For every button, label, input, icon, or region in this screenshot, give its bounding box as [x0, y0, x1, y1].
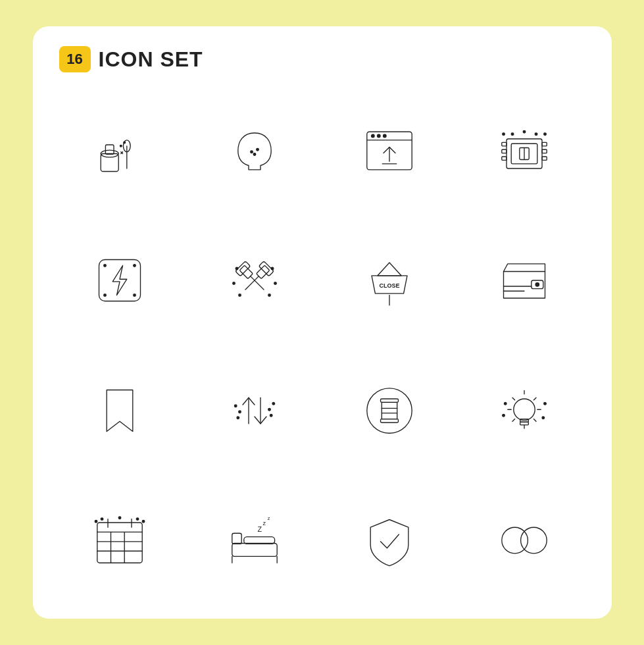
shield-check-icon: [360, 511, 419, 570]
main-card: 16 ICON SET: [33, 26, 612, 619]
svg-point-28: [523, 130, 526, 133]
svg-rect-21: [502, 142, 507, 145]
icon-idea-bulb: [464, 352, 585, 469]
svg-point-96: [101, 518, 103, 521]
svg-point-30: [544, 133, 547, 136]
svg-rect-101: [232, 544, 277, 557]
svg-point-29: [535, 133, 537, 136]
svg-point-56: [535, 283, 539, 286]
icon-column-circle: [329, 352, 451, 469]
icon-lightning-square: [59, 222, 181, 340]
svg-point-50: [239, 294, 241, 297]
header: 16 ICON SET: [59, 46, 585, 72]
svg-point-37: [134, 265, 136, 267]
svg-rect-68: [381, 399, 399, 402]
svg-rect-69: [382, 402, 397, 419]
svg-point-47: [271, 267, 274, 270]
idea-bulb-icon: [495, 381, 554, 440]
page-title: ICON SET: [99, 47, 203, 72]
svg-marker-35: [112, 266, 127, 296]
icon-circles-toggle: [464, 482, 585, 600]
wallet-icon: [495, 251, 554, 310]
icon-toilet-brush: [59, 92, 181, 209]
toilet-brush-icon: [90, 121, 149, 180]
icon-wallet: [464, 222, 585, 340]
svg-point-86: [542, 417, 545, 419]
svg-point-15: [378, 134, 381, 138]
svg-text:CLOSE: CLOSE: [379, 282, 399, 289]
icon-bookmark: [59, 352, 181, 469]
svg-point-61: [239, 411, 241, 413]
svg-point-51: [268, 294, 271, 297]
svg-point-16: [384, 134, 387, 138]
icon-shield-check: [329, 482, 451, 600]
svg-point-73: [514, 399, 535, 420]
svg-point-31: [503, 133, 505, 136]
svg-point-66: [270, 414, 272, 417]
svg-point-84: [544, 402, 547, 405]
column-circle-icon: [360, 381, 419, 440]
svg-line-82: [533, 419, 536, 421]
svg-line-80: [533, 398, 536, 400]
icon-close-sign: CLOSE: [329, 222, 451, 340]
svg-rect-102: [232, 533, 241, 544]
svg-text:z: z: [263, 520, 266, 527]
icon-data-transfer: [194, 352, 316, 469]
svg-point-10: [257, 148, 259, 151]
human-head-icon: [225, 121, 284, 180]
icon-crossed-hammers: [194, 222, 316, 340]
svg-point-14: [372, 134, 375, 138]
close-sign-icon: CLOSE: [360, 251, 419, 310]
svg-point-48: [233, 282, 235, 285]
circles-toggle-icon: [495, 511, 554, 570]
svg-point-38: [104, 294, 107, 297]
svg-point-85: [503, 414, 505, 417]
icon-sleeping-bed: Z z z: [194, 482, 316, 600]
svg-rect-2: [105, 145, 114, 154]
svg-marker-53: [378, 263, 401, 276]
svg-line-83: [512, 419, 515, 421]
svg-point-27: [511, 133, 514, 136]
sleeping-bed-icon: Z z z: [225, 511, 284, 570]
calendar-icon: [90, 511, 149, 570]
svg-point-63: [237, 417, 239, 419]
crossed-hammers-icon: [225, 251, 284, 310]
svg-point-3: [120, 145, 122, 147]
svg-point-62: [234, 405, 237, 407]
svg-point-99: [142, 521, 145, 523]
svg-rect-24: [542, 142, 547, 145]
svg-point-100: [95, 521, 97, 523]
lightning-square-icon: [90, 251, 149, 310]
browser-upload-icon: [360, 121, 419, 180]
film-frame-icon: [495, 121, 554, 180]
svg-point-67: [367, 388, 412, 433]
svg-point-110: [521, 527, 547, 554]
svg-point-87: [504, 402, 507, 405]
svg-rect-22: [502, 149, 507, 153]
svg-rect-75: [520, 422, 529, 425]
svg-point-98: [136, 518, 139, 521]
svg-point-49: [274, 282, 277, 285]
icon-browser-upload: [329, 92, 451, 209]
svg-point-11: [253, 153, 256, 155]
icon-calendar: [59, 482, 181, 600]
svg-text:Z: Z: [258, 525, 262, 533]
svg-rect-25: [542, 149, 547, 153]
svg-point-97: [118, 517, 121, 519]
svg-point-36: [104, 265, 107, 267]
svg-point-65: [272, 402, 275, 405]
svg-line-81: [512, 398, 515, 400]
svg-rect-23: [502, 157, 507, 160]
data-transfer-icon: [225, 381, 284, 440]
svg-rect-88: [97, 523, 142, 563]
svg-rect-103: [244, 537, 275, 544]
svg-point-64: [268, 408, 271, 411]
icon-human-head: [194, 92, 316, 209]
svg-point-39: [134, 294, 136, 297]
svg-rect-70: [381, 419, 399, 422]
svg-rect-26: [542, 157, 547, 160]
icon-grid: CLOSE: [59, 92, 585, 599]
bookmark-icon: [90, 381, 149, 440]
badge-number: 16: [59, 46, 91, 72]
icon-film-frame: [464, 92, 585, 209]
